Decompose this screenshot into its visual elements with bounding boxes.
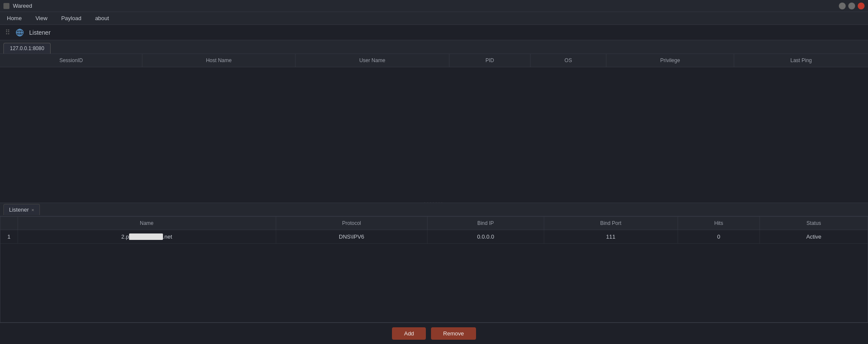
menu-bar: Home View Payload about — [0, 12, 868, 25]
col-username: User Name — [295, 54, 449, 67]
minimize-button[interactable] — [839, 3, 846, 9]
title-bar: Wareed — [0, 0, 868, 12]
menu-view[interactable]: View — [32, 13, 51, 23]
menu-about[interactable]: about — [92, 13, 113, 23]
sessions-table-scroll[interactable]: SessionID Host Name User Name PID OS Pri… — [0, 54, 868, 199]
section-header: ⠿ Listener — [0, 25, 868, 40]
col-pid: PID — [449, 54, 530, 67]
col-sessionid: SessionID — [0, 54, 142, 67]
section-title: Listener — [29, 29, 51, 36]
menu-home[interactable]: Home — [3, 13, 25, 23]
listener-tab[interactable]: Listener × — [3, 204, 40, 215]
close-button[interactable] — [858, 3, 865, 9]
title-bar-left: Wareed — [3, 3, 32, 9]
listener-tab-label: Listener — [9, 206, 29, 213]
listener-table-area: Name Protocol Bind IP Bind Port Hits Sta… — [0, 216, 868, 323]
add-button[interactable]: Add — [392, 327, 426, 340]
sessions-table: SessionID Host Name User Name PID OS Pri… — [0, 54, 868, 67]
list-item[interactable]: 12.p[REDACTED].netDNS\IPV60.0.0.01110Act… — [0, 230, 868, 244]
app-icon — [3, 3, 9, 9]
globe-icon — [15, 28, 24, 37]
col-hostname: Host Name — [142, 54, 295, 67]
col-lastping: Last Ping — [734, 54, 868, 67]
remove-button[interactable]: Remove — [431, 327, 476, 340]
lcol-status: Status — [760, 217, 868, 230]
listener-table-scroll[interactable]: Name Protocol Bind IP Bind Port Hits Sta… — [0, 217, 868, 244]
lcol-bindport: Bind Port — [544, 217, 678, 230]
session-tab[interactable]: 127.0.0.1:8080 — [3, 43, 51, 54]
window-controls — [839, 3, 865, 9]
resize-divider[interactable]: ....... — [0, 199, 868, 203]
listener-tab-close-icon[interactable]: × — [31, 207, 34, 212]
bottom-bar: Add Remove — [0, 323, 868, 344]
lcol-index — [0, 217, 18, 230]
maximize-button[interactable] — [848, 3, 855, 9]
lcol-hits: Hits — [678, 217, 760, 230]
sessions-area: SessionID Host Name User Name PID OS Pri… — [0, 54, 868, 199]
tabs-container: 127.0.0.1:8080 — [0, 40, 868, 54]
lcol-name: Name — [18, 217, 276, 230]
col-os: OS — [530, 54, 606, 67]
lcol-protocol: Protocol — [276, 217, 427, 230]
col-privilege: Privilege — [606, 54, 734, 67]
listener-table: Name Protocol Bind IP Bind Port Hits Sta… — [0, 217, 868, 244]
listener-tab-bar: Listener × — [0, 203, 868, 216]
window-title: Wareed — [13, 3, 32, 9]
listener-panel: Listener × Name Protocol Bind IP Bind Po… — [0, 203, 868, 323]
menu-payload[interactable]: Payload — [58, 13, 85, 23]
lcol-bindip: Bind IP — [427, 217, 544, 230]
drag-handle-icon: ⠿ — [5, 28, 10, 36]
